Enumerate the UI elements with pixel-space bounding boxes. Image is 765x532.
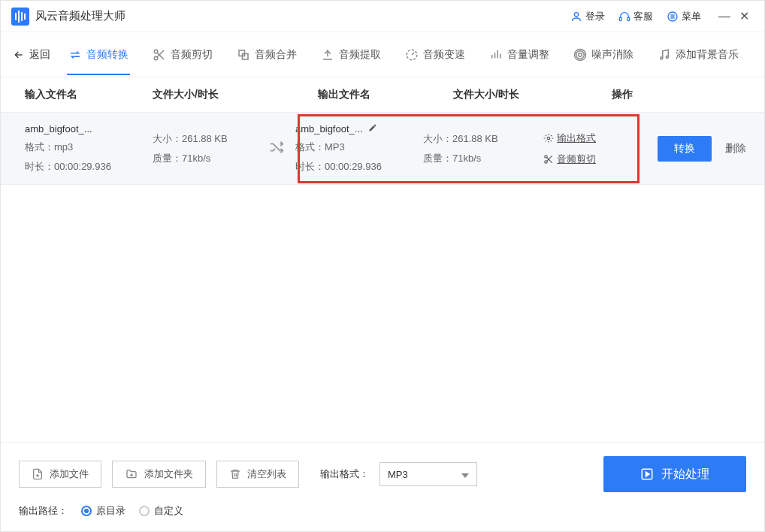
headset-icon <box>618 11 630 23</box>
input-duration: 时长：00:00:29.936 <box>25 160 153 174</box>
output-format-value: MP3 <box>388 469 408 480</box>
tab-label: 添加背景音乐 <box>676 48 739 62</box>
app-title: 风云音频处理大师 <box>35 9 125 23</box>
col-input-meta: 文件大小/时长 <box>153 88 295 101</box>
col-output-meta: 文件大小/时长 <box>453 88 588 101</box>
output-path-label: 输出路径： <box>19 504 68 518</box>
delete-button[interactable]: 删除 <box>725 142 746 156</box>
tab-label: 音频提取 <box>339 48 381 62</box>
scissors-icon <box>153 48 166 62</box>
svg-point-22 <box>666 56 668 58</box>
svg-point-21 <box>661 57 663 59</box>
play-icon <box>640 467 654 481</box>
tab-label: 噪声消除 <box>591 48 633 62</box>
tab-label: 音频变速 <box>423 48 465 62</box>
start-processing-button[interactable]: 开始处理 <box>603 456 746 492</box>
input-format: 格式：mp3 <box>25 141 153 154</box>
convert-icon <box>68 48 82 62</box>
tab-volume[interactable]: 音量调整 <box>488 48 551 62</box>
minimize-button[interactable]: — <box>715 10 734 23</box>
menu-button[interactable]: 菜单 <box>667 10 701 23</box>
speed-icon <box>405 48 419 62</box>
output-format-select[interactable]: MP3 <box>379 462 477 486</box>
titlebar: 风云音频处理大师 登录 客服 菜单 — ✕ <box>1 1 764 32</box>
add-file-button[interactable]: 添加文件 <box>19 461 101 488</box>
support-label: 客服 <box>633 10 653 23</box>
radio-custom-directory[interactable]: 自定义 <box>139 504 183 518</box>
input-filename-cell: amb_bigfoot_... 格式：mp3 时长：00:00:29.936 <box>25 123 153 174</box>
tab-label: 音量调整 <box>507 48 549 62</box>
input-filename: amb_bigfoot_... <box>25 123 153 135</box>
radio-dot-icon <box>139 506 150 516</box>
tab-speed[interactable]: 音频变速 <box>404 48 467 62</box>
input-meta-cell: 大小：261.88 KB 质量：71kb/s <box>153 132 265 165</box>
arrow-left-icon <box>13 49 25 61</box>
chevron-down-icon <box>461 469 469 480</box>
start-label: 开始处理 <box>661 467 709 482</box>
tab-extract[interactable]: 音频提取 <box>319 48 382 62</box>
back-button[interactable]: 返回 <box>13 48 50 62</box>
tab-merge[interactable]: 音频合并 <box>235 48 298 62</box>
file-plus-icon <box>32 467 44 481</box>
support-button[interactable]: 客服 <box>618 10 653 23</box>
bottom-bar: 添加文件 添加文件夹 清空列表 输出格式： MP3 开始处理 输出路径： 原目录… <box>1 442 764 531</box>
folder-plus-icon <box>125 468 138 480</box>
svg-rect-2 <box>627 17 630 20</box>
radio-same-directory[interactable]: 原目录 <box>81 504 125 518</box>
extract-icon <box>321 48 334 62</box>
volume-icon <box>489 48 503 62</box>
close-button[interactable]: ✕ <box>734 9 754 23</box>
add-file-label: 添加文件 <box>50 467 89 481</box>
login-label: 登录 <box>585 10 605 23</box>
clear-list-button[interactable]: 清空列表 <box>216 461 299 488</box>
clear-list-label: 清空列表 <box>247 467 286 481</box>
shuffle-icon <box>268 139 285 158</box>
tab-convert[interactable]: 音频转换 <box>67 48 130 62</box>
input-size: 大小：261.88 KB <box>153 132 265 146</box>
radio-dot-icon <box>81 506 92 516</box>
output-format-label: 输出格式： <box>320 467 369 481</box>
col-ops: 操作 <box>588 88 656 101</box>
input-quality: 质量：71kb/s <box>153 152 265 165</box>
noise-icon <box>573 48 587 62</box>
tab-label: 音频转换 <box>86 48 129 62</box>
svg-point-18 <box>579 53 582 56</box>
back-label: 返回 <box>29 48 50 62</box>
col-output-filename: 输出文件名 <box>318 88 453 101</box>
svg-rect-1 <box>619 17 621 20</box>
svg-point-19 <box>576 50 585 59</box>
svg-marker-35 <box>646 472 650 476</box>
tab-label: 音频合并 <box>255 48 297 62</box>
tab-cut[interactable]: 音频剪切 <box>151 48 214 62</box>
user-icon <box>570 11 582 23</box>
col-input-filename: 输入文件名 <box>25 88 153 101</box>
convert-button[interactable]: 转换 <box>658 136 712 162</box>
highlight-box <box>298 114 640 183</box>
trash-icon <box>229 467 241 481</box>
menu-icon <box>667 11 679 23</box>
login-button[interactable]: 登录 <box>570 10 605 23</box>
app-logo <box>11 8 29 26</box>
add-folder-label: 添加文件夹 <box>144 467 193 481</box>
tab-label: 音频剪切 <box>171 48 213 62</box>
svg-point-0 <box>574 12 578 16</box>
music-icon <box>658 48 671 62</box>
tabbar: 返回 音频转换 音频剪切 音频合并 音频提取 音频变速 音量调整 噪声消除 添加… <box>1 32 764 77</box>
merge-icon <box>237 48 250 62</box>
add-folder-button[interactable]: 添加文件夹 <box>112 461 206 488</box>
table-row: amb_bigfoot_... 格式：mp3 时长：00:00:29.936 大… <box>1 112 764 185</box>
menu-label: 菜单 <box>682 10 701 23</box>
table-header: 输入文件名 文件大小/时长 输出文件名 文件大小/时长 操作 <box>1 77 764 112</box>
tab-bgm[interactable]: 添加背景音乐 <box>656 48 740 62</box>
tab-noise[interactable]: 噪声消除 <box>572 48 635 62</box>
